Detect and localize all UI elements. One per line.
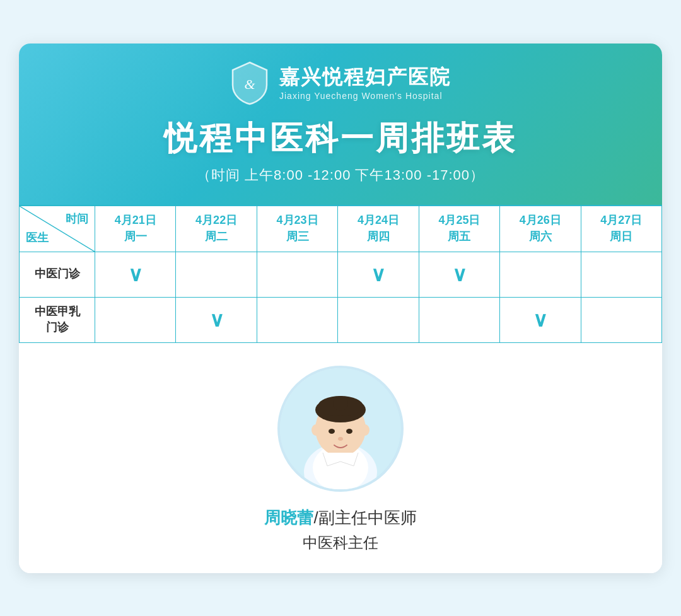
svg-point-13 [346, 429, 352, 434]
col-header-4: 4月25日 周五 [419, 206, 499, 252]
cell-0-5 [500, 252, 581, 297]
cell-0-4: ∨ [419, 252, 499, 297]
col-date-1: 4月22日 [176, 212, 256, 228]
cell-0-1 [176, 252, 257, 297]
col-weekday-2: 周三 [257, 229, 337, 245]
cell-1-1: ∨ [176, 297, 257, 342]
table-row: 中医门诊∨∨∨ [20, 252, 662, 297]
schedule-table: 时间 医生 4月21日 周一 4月22日 周二 4月23日 周三 [19, 205, 662, 343]
svg-point-14 [338, 437, 343, 441]
diagonal-divider [20, 206, 95, 252]
header-section: & 嘉兴悦程妇产医院 Jiaxing Yuecheng Women's Hosp… [19, 44, 662, 205]
doctor-info: 周晓蕾/副主任中医师 中医科主任 [264, 507, 416, 553]
col-weekday-6: 周日 [581, 229, 661, 245]
table-header-time-doctor: 时间 医生 [20, 206, 95, 252]
row-label-0: 中医门诊 [20, 252, 95, 297]
svg-point-9 [333, 396, 348, 411]
main-title: 悦程中医科一周排班表 [19, 117, 662, 161]
col-date-5: 4月26日 [500, 212, 580, 228]
col-header-2: 4月23日 周三 [257, 206, 337, 252]
col-header-0: 4月21日 周一 [95, 206, 176, 252]
col-header-5: 4月26日 周六 [500, 206, 581, 252]
hospital-name-en: Jiaxing Yuecheng Women's Hospital [279, 91, 443, 101]
cell-1-6 [581, 297, 661, 342]
table-section: 时间 医生 4月21日 周一 4月22日 周二 4月23日 周三 [19, 205, 662, 343]
col-header-3: 4月24日 周四 [338, 206, 419, 252]
svg-point-12 [329, 429, 335, 434]
doctor-name: 周晓蕾 [264, 508, 313, 527]
cell-1-0 [95, 297, 176, 342]
col-header-1: 4月22日 周二 [176, 206, 257, 252]
doctor-title: /副主任中医师 [313, 508, 416, 527]
cell-0-3: ∨ [338, 252, 419, 297]
cell-1-4 [419, 297, 499, 342]
svg-line-1 [20, 206, 95, 252]
doctor-section: 周晓蕾/副主任中医师 中医科主任 [19, 343, 662, 573]
main-card: & 嘉兴悦程妇产医院 Jiaxing Yuecheng Women's Hosp… [19, 44, 662, 573]
doctor-avatar [277, 366, 404, 492]
cell-1-2 [257, 297, 337, 342]
doctor-dept: 中医科主任 [264, 533, 416, 553]
col-header-6: 4月27日 周日 [581, 206, 661, 252]
cell-0-2 [257, 252, 337, 297]
doctor-avatar-svg [280, 368, 401, 489]
table-header-row: 时间 医生 4月21日 周一 4月22日 周二 4月23日 周三 [20, 206, 662, 252]
col-date-2: 4月23日 [257, 212, 337, 228]
cell-1-5: ∨ [500, 297, 581, 342]
svg-point-11 [361, 424, 370, 436]
row-label-1: 中医甲乳 门诊 [20, 297, 95, 342]
svg-point-10 [311, 424, 320, 436]
col-weekday-0: 周一 [95, 229, 175, 245]
sub-title: （时间 上午8:00 -12:00 下午13:00 -17:00） [19, 166, 662, 185]
col-weekday-1: 周二 [176, 229, 256, 245]
doctor-name-row: 周晓蕾/副主任中医师 [264, 507, 416, 529]
svg-text:&: & [244, 76, 255, 92]
hospital-name: 嘉兴悦程妇产医院 Jiaxing Yuecheng Women's Hospit… [279, 65, 451, 100]
shield-icon: & [230, 61, 269, 105]
cell-0-6 [581, 252, 661, 297]
table-body: 中医门诊∨∨∨中医甲乳 门诊∨∨ [20, 252, 662, 342]
cell-1-3 [338, 297, 419, 342]
table-row: 中医甲乳 门诊∨∨ [20, 297, 662, 342]
col-weekday-4: 周五 [419, 229, 499, 245]
logo-row: & 嘉兴悦程妇产医院 Jiaxing Yuecheng Women's Hosp… [19, 61, 662, 105]
col-date-3: 4月24日 [338, 212, 418, 228]
col-date-6: 4月27日 [581, 212, 661, 228]
col-date-4: 4月25日 [419, 212, 499, 228]
col-weekday-5: 周六 [500, 229, 580, 245]
col-date-0: 4月21日 [95, 212, 175, 228]
hospital-name-cn: 嘉兴悦程妇产医院 [279, 65, 451, 89]
cell-0-0: ∨ [95, 252, 176, 297]
col-weekday-3: 周四 [338, 229, 418, 245]
